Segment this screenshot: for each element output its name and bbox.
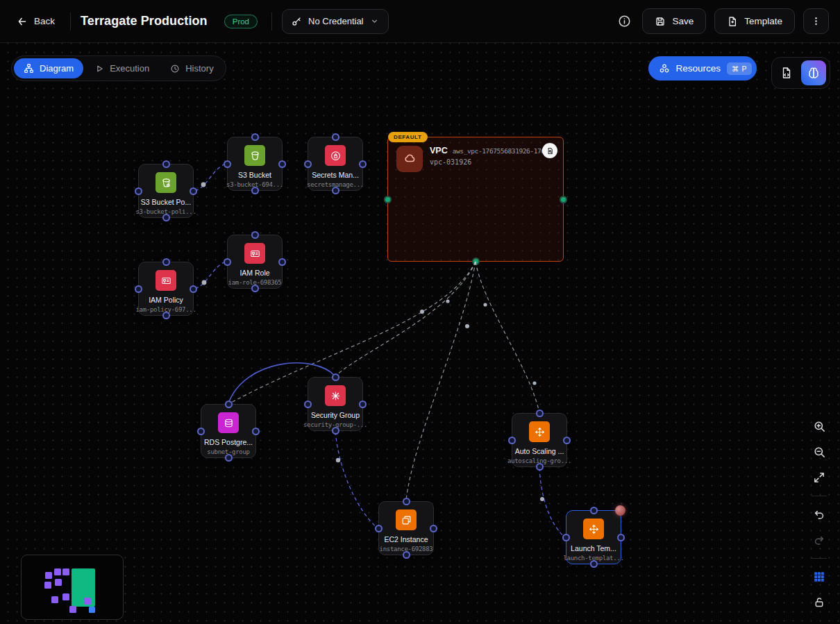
- connection-handle[interactable]: [304, 400, 312, 408]
- ai-assistant-button[interactable]: [801, 60, 826, 85]
- edge-s3policy-s3bucket[interactable]: [195, 164, 226, 191]
- connection-handle[interactable]: [278, 258, 286, 266]
- edge-vpc-asg[interactable]: [476, 262, 539, 412]
- connection-handle[interactable]: [304, 160, 312, 168]
- connection-handle[interactable]: [225, 454, 233, 462]
- connection-handle[interactable]: [332, 427, 339, 435]
- connection-handle[interactable]: [135, 187, 142, 195]
- connection-handle[interactable]: [508, 437, 516, 444]
- connection-handle[interactable]: [560, 196, 567, 203]
- node-auto-scaling-group[interactable]: Auto Scaling ... autoscaling-gro...: [512, 413, 567, 467]
- connection-handle[interactable]: [252, 428, 260, 435]
- node-s3-bucket-policy[interactable]: S3 Bucket Po... s3-bucket-poli...: [138, 164, 194, 218]
- connection-handle[interactable]: [563, 437, 571, 444]
- tab-execution[interactable]: Execution: [85, 58, 159, 78]
- back-button[interactable]: Back: [11, 12, 60, 31]
- tab-diagram-label: Diagram: [40, 63, 74, 74]
- drift-alert-badge[interactable]: [615, 505, 625, 516]
- vpc-container-node[interactable]: DEFAULT VPC aws_vpc-1767556831926-176765…: [387, 137, 564, 262]
- connection-handle[interactable]: [278, 160, 286, 168]
- connection-handle[interactable]: [617, 534, 625, 541]
- connection-handle[interactable]: [135, 285, 142, 293]
- connection-handle[interactable]: [536, 410, 544, 417]
- vpc-details-button[interactable]: [542, 143, 557, 158]
- zoom-in-button[interactable]: [809, 416, 829, 436]
- code-file-button[interactable]: [775, 60, 798, 85]
- connection-handle[interactable]: [536, 463, 544, 471]
- s3-bucket-icon: [244, 145, 265, 166]
- connection-handle[interactable]: [403, 498, 410, 505]
- diagram-canvas[interactable]: Diagram Execution History Resources ⌘ P …: [0, 43, 840, 624]
- connection-handle[interactable]: [332, 373, 339, 381]
- view-tabs: Diagram Execution History: [11, 56, 226, 81]
- rds-database-icon: [218, 412, 239, 433]
- node-ec2-instance[interactable]: EC2 Instance instance-692883: [378, 501, 434, 555]
- connection-handle[interactable]: [162, 214, 170, 221]
- more-options-button[interactable]: [803, 8, 829, 34]
- connection-handle[interactable]: [251, 187, 259, 194]
- connection-handle[interactable]: [590, 560, 598, 568]
- connection-handle[interactable]: [197, 428, 205, 435]
- connection-handle[interactable]: [430, 525, 437, 532]
- connection-handle[interactable]: [359, 400, 367, 408]
- save-button[interactable]: Save: [642, 8, 706, 34]
- connection-handle[interactable]: [359, 160, 367, 168]
- connection-handle[interactable]: [472, 258, 480, 265]
- lock-toggle-button[interactable]: [809, 593, 829, 612]
- minimap-node: [54, 568, 61, 575]
- template-button[interactable]: Template: [714, 8, 795, 34]
- back-label: Back: [34, 16, 55, 26]
- connection-handle[interactable]: [162, 258, 170, 266]
- node-iam-policy[interactable]: IAM Policy iam-policy-697...: [138, 262, 194, 316]
- redo-button[interactable]: [809, 530, 829, 550]
- zoom-out-button[interactable]: [809, 442, 829, 462]
- connection-handle[interactable]: [384, 196, 392, 203]
- connection-handle[interactable]: [190, 285, 197, 293]
- connection-handle[interactable]: [332, 187, 339, 194]
- connection-handle[interactable]: [251, 231, 259, 239]
- connection-handle[interactable]: [251, 285, 259, 292]
- keyboard-shortcuts-button[interactable]: [809, 618, 829, 624]
- node-iam-role[interactable]: IAM Role iam-role-698365: [227, 235, 283, 289]
- secrets-manager-icon: [325, 145, 346, 166]
- node-rds-postgres[interactable]: RDS Postgre... subnet-group: [201, 404, 256, 458]
- info-icon[interactable]: [614, 12, 634, 31]
- connection-handle[interactable]: [403, 551, 410, 559]
- grid-toggle-button[interactable]: [809, 567, 829, 587]
- node-title: Security Group: [311, 411, 360, 419]
- credential-dropdown[interactable]: No Credential: [282, 9, 389, 34]
- tab-diagram[interactable]: Diagram: [14, 58, 83, 78]
- node-s3-bucket[interactable]: S3 Bucket s3-bucket-694...: [227, 137, 283, 191]
- connection-handle[interactable]: [562, 534, 570, 541]
- connection-handle[interactable]: [375, 525, 383, 532]
- minimap-node: [45, 572, 52, 579]
- resources-button[interactable]: Resources ⌘ P: [648, 56, 757, 81]
- clock-icon: [170, 64, 180, 74]
- connection-handle[interactable]: [190, 187, 197, 195]
- edge-vpc-security-group[interactable]: [336, 262, 476, 376]
- tab-history[interactable]: History: [160, 58, 223, 78]
- edge-asg-launchtemplate[interactable]: [539, 468, 565, 537]
- connection-handle[interactable]: [225, 400, 233, 408]
- canvas-toolbar: [809, 416, 829, 624]
- edge-vpc-ec2[interactable]: [406, 262, 476, 500]
- environment-badge: Prod: [224, 15, 258, 28]
- edge-securitygroup-ec2[interactable]: [335, 432, 378, 528]
- edge-iampolicy-iamrole[interactable]: [195, 262, 226, 289]
- undo-button[interactable]: [809, 505, 829, 524]
- connection-handle[interactable]: [162, 160, 170, 168]
- connection-handle[interactable]: [224, 160, 231, 168]
- connection-handle[interactable]: [162, 312, 170, 319]
- node-secrets-manager[interactable]: Secrets Man... secretsmanage...: [308, 137, 363, 191]
- node-launch-template[interactable]: Launch Tem... launch-templat...: [566, 510, 621, 564]
- connection-handle[interactable]: [332, 133, 339, 141]
- fit-view-button[interactable]: [809, 468, 829, 487]
- minimap[interactable]: [21, 555, 124, 620]
- node-security-group[interactable]: Security Group security-group-...: [308, 377, 363, 431]
- iam-role-icon: [244, 243, 265, 264]
- connection-handle[interactable]: [251, 133, 259, 141]
- connection-handle[interactable]: [224, 258, 231, 266]
- vpc-default-badge: DEFAULT: [388, 132, 428, 142]
- connection-handle[interactable]: [590, 507, 598, 514]
- auto-scaling-icon: [529, 421, 550, 442]
